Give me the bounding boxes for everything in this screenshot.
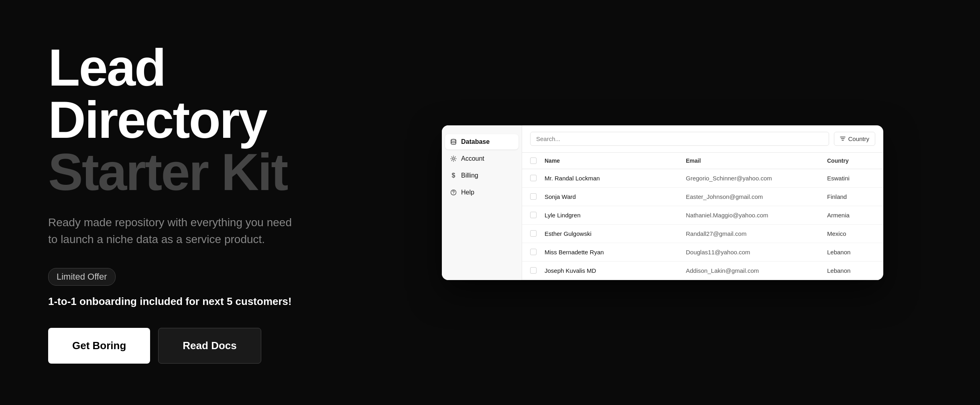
row-country: Finland [827,193,875,200]
row-country: Armenia [827,212,875,219]
row-name: Lyle Lindgren [545,212,686,219]
select-all-checkbox[interactable] [530,158,537,164]
row-name: Mr. Randal Lockman [545,175,686,182]
row-email: Nathaniel.Maggio@yahoo.com [686,212,827,219]
row-checkbox-col [530,193,545,200]
right-section: Database Account $ Billing [393,125,932,280]
app-mockup: Database Account $ Billing [442,125,883,280]
table-row: Lyle Lindgren Nathaniel.Maggio@yahoo.com… [522,206,883,225]
sidebar-account-label: Account [461,155,484,162]
row-email: Easter_Johnson@gmail.com [686,193,827,200]
row-checkbox[interactable] [530,267,537,274]
table-row: Esther Gulgowski Randall27@gmail.com Mex… [522,225,883,243]
offer-text: 1-to-1 onboarding included for next 5 cu… [48,295,361,308]
headline: Lead Directory [48,41,361,146]
table-header: Name Email Country [522,153,883,169]
sidebar-help-label: Help [461,189,474,196]
table-body: Mr. Randal Lockman Gregorio_Schinner@yah… [522,169,883,280]
row-name: Joseph Kuvalis MD [545,267,686,274]
row-email: Randall27@gmail.com [686,230,827,237]
row-name: Miss Bernadette Ryan [545,249,686,256]
row-checkbox-col [530,249,545,255]
help-icon [450,189,457,196]
row-country: Lebanon [827,267,875,274]
sidebar-billing-label: Billing [461,172,478,179]
row-checkbox[interactable] [530,193,537,200]
row-email: Gregorio_Schinner@yahoo.com [686,175,827,182]
sidebar-database-label: Database [461,138,490,145]
search-input[interactable] [530,132,829,146]
sidebar: Database Account $ Billing [442,125,522,280]
row-country: Eswatini [827,175,875,182]
main-content: Country Name Email Country [522,125,883,280]
get-boring-button[interactable]: Get Boring [48,328,150,364]
row-name: Sonja Ward [545,193,686,200]
header-name: Name [545,158,686,164]
toolbar: Country [522,125,883,153]
sidebar-item-help[interactable]: Help [442,184,522,201]
row-checkbox[interactable] [530,212,537,218]
row-checkbox-col [530,267,545,274]
left-section: Lead Directory Starter Kit Ready made re… [48,41,361,364]
svg-point-0 [451,139,456,141]
row-country: Lebanon [827,249,875,256]
table-container: Name Email Country Mr. Randal Lockman Gr… [522,153,883,280]
row-checkbox[interactable] [530,249,537,255]
badge-container: Limited Offer [48,268,361,286]
country-filter-button[interactable]: Country [834,132,875,146]
row-country: Mexico [827,230,875,237]
settings-icon [450,155,457,162]
table-row: Sonja Ward Easter_Johnson@gmail.com Finl… [522,188,883,206]
filter-icon [840,136,846,141]
row-email: Douglas11@yahoo.com [686,249,827,256]
row-checkbox[interactable] [530,175,537,181]
header-country: Country [827,158,875,164]
database-icon [450,138,457,145]
billing-icon: $ [450,172,457,179]
read-docs-button[interactable]: Read Docs [158,328,261,364]
sidebar-item-account[interactable]: Account [442,150,522,167]
row-checkbox-col [530,175,545,181]
main-container: Lead Directory Starter Kit Ready made re… [0,17,980,388]
row-checkbox-col [530,230,545,237]
filter-label: Country [848,135,869,142]
table-row: Joseph Kuvalis MD Addison_Lakin@gmail.co… [522,262,883,280]
row-name: Esther Gulgowski [545,230,686,237]
header-email: Email [686,158,827,164]
description: Ready made repository with everything yo… [48,214,297,248]
sidebar-item-billing[interactable]: $ Billing [442,167,522,184]
button-group: Get Boring Read Docs [48,328,361,364]
svg-point-3 [453,193,454,194]
subheadline: Starter Kit [48,146,361,198]
row-checkbox[interactable] [530,230,537,237]
svg-point-1 [453,158,455,160]
header-checkbox-col [530,158,545,164]
row-email: Addison_Lakin@gmail.com [686,267,827,274]
table-row: Mr. Randal Lockman Gregorio_Schinner@yah… [522,169,883,188]
table-row: Miss Bernadette Ryan Douglas11@yahoo.com… [522,243,883,262]
sidebar-item-database[interactable]: Database [445,134,518,149]
row-checkbox-col [530,212,545,218]
limited-offer-badge: Limited Offer [48,268,116,286]
